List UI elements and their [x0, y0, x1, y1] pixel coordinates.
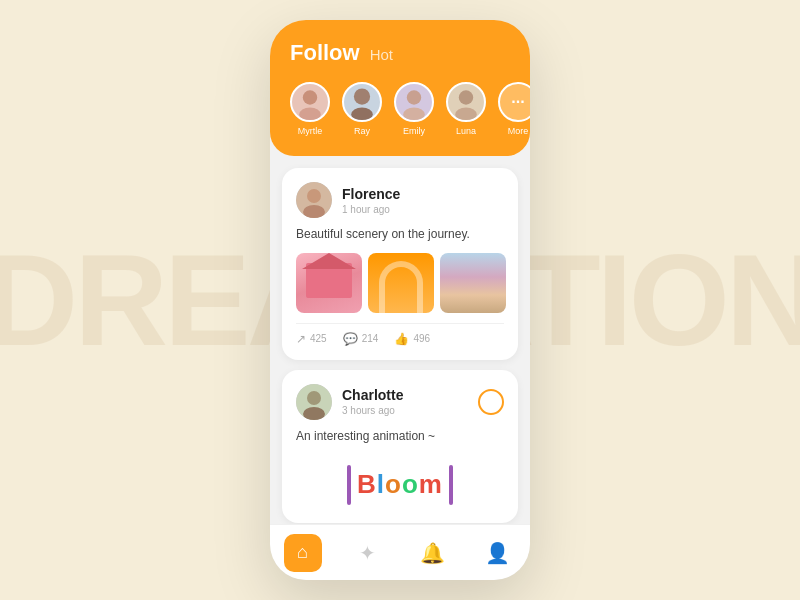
- share-icon: ↗: [296, 332, 306, 346]
- stat-shares[interactable]: ↗ 425: [296, 332, 327, 346]
- svg-point-5: [403, 107, 425, 120]
- avatar-item-ray[interactable]: Ray: [342, 82, 382, 136]
- svg-point-0: [303, 90, 317, 104]
- tab-hot[interactable]: Hot: [370, 46, 393, 63]
- avatar-name-more: More: [508, 126, 529, 136]
- bloom-o1: o: [385, 469, 402, 499]
- svg-point-9: [307, 189, 321, 203]
- nav-notifications[interactable]: 🔔: [411, 531, 455, 575]
- phone-container: Follow Hot Myrtle: [270, 20, 530, 580]
- post-image-sunset: [440, 253, 506, 313]
- post-images-florence: [296, 253, 504, 313]
- nav-home[interactable]: ⌂: [281, 531, 325, 575]
- bloom-bar-right: [449, 465, 453, 505]
- avatar-name-ray: Ray: [354, 126, 370, 136]
- svg-point-6: [459, 90, 473, 104]
- explore-icon: ✦: [359, 541, 376, 565]
- bloom-animation: Bloom: [296, 455, 504, 509]
- bottom-nav: ⌂ ✦ 🔔 👤: [270, 524, 530, 580]
- svg-point-4: [407, 90, 421, 104]
- share-count: 425: [310, 333, 327, 344]
- post-text-charlotte: An interesting animation ~: [296, 428, 504, 445]
- profile-icon: 👤: [485, 541, 510, 565]
- comment-count: 214: [362, 333, 379, 344]
- nav-profile[interactable]: 👤: [476, 531, 520, 575]
- post-image-arch: [368, 253, 434, 313]
- avatar-item-myrtle[interactable]: Myrtle: [290, 82, 330, 136]
- bloom-m: m: [419, 469, 443, 499]
- bloom-word: Bloom: [357, 469, 443, 500]
- post-time-florence: 1 hour ago: [342, 204, 400, 215]
- avatar-item-luna[interactable]: Luna: [446, 82, 486, 136]
- bloom-o2: o: [402, 469, 419, 499]
- stat-comments[interactable]: 💬 214: [343, 332, 379, 346]
- avatar-florence: [296, 182, 332, 218]
- follow-button-charlotte[interactable]: [478, 389, 504, 415]
- nav-explore[interactable]: ✦: [346, 531, 390, 575]
- stat-likes[interactable]: 👍 496: [394, 332, 430, 346]
- post-florence: Florence 1 hour ago Beautiful scenery on…: [282, 168, 518, 360]
- post-stats-florence: ↗ 425 💬 214 👍 496: [296, 323, 504, 346]
- bloom-bar-left: [347, 465, 351, 505]
- svg-point-12: [307, 391, 321, 405]
- bloom-l: l: [377, 469, 385, 499]
- avatar-name-myrtle: Myrtle: [298, 126, 323, 136]
- avatar-item-more[interactable]: ··· More: [498, 82, 530, 136]
- post-image-house: [296, 253, 362, 313]
- header-tabs: Follow Hot: [290, 40, 510, 66]
- svg-point-7: [455, 107, 477, 120]
- avatar-name-luna: Luna: [456, 126, 476, 136]
- avatars-row: Myrtle Ray: [290, 82, 510, 136]
- avatar-charlotte: [296, 384, 332, 420]
- post-user-name-charlotte: Charlotte: [342, 387, 403, 403]
- home-icon: ⌂: [297, 542, 308, 563]
- like-count: 496: [413, 333, 430, 344]
- tab-follow[interactable]: Follow: [290, 40, 360, 66]
- like-icon: 👍: [394, 332, 409, 346]
- feed: Florence 1 hour ago Beautiful scenery on…: [270, 156, 530, 580]
- comment-icon: 💬: [343, 332, 358, 346]
- bloom-B: B: [357, 469, 377, 499]
- svg-point-1: [299, 107, 321, 120]
- svg-point-3: [351, 107, 373, 120]
- avatar-item-emily[interactable]: Emily: [394, 82, 434, 136]
- post-user-name-florence: Florence: [342, 186, 400, 202]
- bell-icon: 🔔: [420, 541, 445, 565]
- post-text-florence: Beautiful scenery on the journey.: [296, 226, 504, 243]
- svg-point-2: [354, 89, 370, 105]
- post-charlotte: Charlotte 3 hours ago An interesting ani…: [282, 370, 518, 523]
- header: Follow Hot Myrtle: [270, 20, 530, 156]
- avatar-name-emily: Emily: [403, 126, 425, 136]
- post-time-charlotte: 3 hours ago: [342, 405, 403, 416]
